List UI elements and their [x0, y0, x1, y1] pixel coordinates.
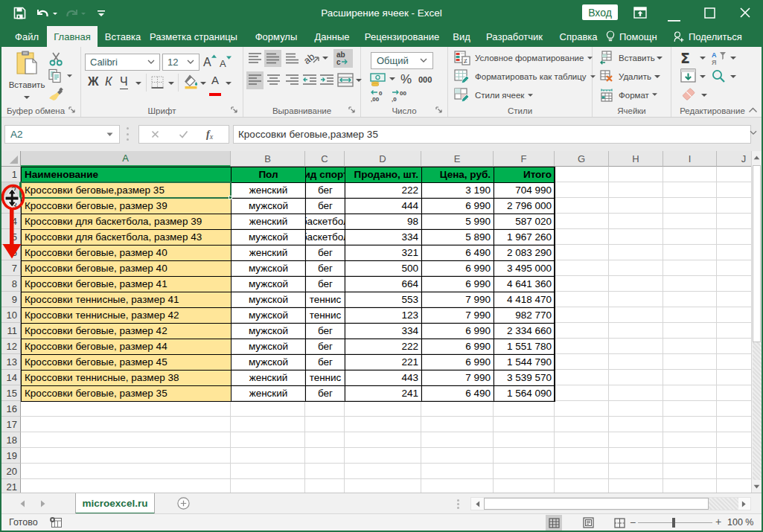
- autosum-button[interactable]: Σ: [680, 50, 690, 66]
- cell-D12[interactable]: 222: [345, 339, 422, 355]
- cell-C13[interactable]: бег: [305, 354, 345, 371]
- sign-in-button[interactable]: Вход: [582, 4, 618, 20]
- decrease-decimal-button[interactable]: 00,0: [391, 89, 409, 106]
- cell-C10[interactable]: теннис: [305, 307, 345, 324]
- underline-button[interactable]: Ч: [120, 75, 128, 89]
- tab-assistant[interactable]: Помощн: [606, 26, 665, 47]
- cell-B5[interactable]: мужской: [231, 229, 306, 246]
- cancel-entry-icon[interactable]: [151, 130, 159, 138]
- cell-C14[interactable]: теннис: [305, 370, 345, 386]
- confirm-entry-icon[interactable]: [179, 130, 188, 138]
- sort-filter-dropdown-icon[interactable]: [730, 57, 736, 60]
- horizontal-scrollbar[interactable]: [470, 497, 751, 510]
- vscroll-up-icon[interactable]: [752, 151, 762, 164]
- row-header-9[interactable]: 9: [1, 292, 21, 307]
- row-header-21[interactable]: 21: [1, 479, 21, 493]
- borders-button[interactable]: [151, 76, 164, 92]
- find-select-button[interactable]: [711, 68, 726, 86]
- header-cell-E1[interactable]: Цена, руб.: [421, 167, 494, 183]
- cell-D11[interactable]: 334: [345, 323, 422, 339]
- cell-A7[interactable]: Кроссовки беговые, размер 40: [21, 260, 232, 277]
- cell-C12[interactable]: бег: [305, 339, 345, 355]
- cell-B12[interactable]: мужской: [231, 339, 306, 355]
- delete-cells-button[interactable]: Удалить: [599, 69, 651, 83]
- cell-A4[interactable]: Кроссовки для баскетбола, размер 39: [21, 214, 232, 230]
- cell-E15[interactable]: 6 490: [421, 385, 494, 402]
- tab-review[interactable]: Рецензирование: [363, 26, 441, 47]
- tab-formulas[interactable]: Формулы: [249, 26, 304, 47]
- row-header-18[interactable]: 18: [1, 432, 21, 448]
- tab-page-layout[interactable]: Разметка страницы: [147, 26, 240, 47]
- column-header-C[interactable]: C: [305, 151, 345, 167]
- new-sheet-button[interactable]: [177, 497, 190, 513]
- row-header-12[interactable]: 12: [1, 339, 21, 354]
- decrease-font-button[interactable]: А: [220, 56, 232, 69]
- cell-E5[interactable]: 5 890: [421, 229, 494, 246]
- zoom-in-button[interactable]: +: [715, 516, 721, 528]
- maximize-icon[interactable]: [704, 7, 715, 22]
- hscroll-thumb[interactable]: [484, 498, 709, 510]
- format-as-table-button[interactable]: Форматировать как таблицу: [454, 69, 596, 84]
- cell-D2[interactable]: 222: [345, 182, 422, 199]
- cell-F5[interactable]: 1 967 260: [494, 229, 555, 246]
- percent-style-button[interactable]: %: [400, 72, 412, 87]
- cell-E4[interactable]: 5 990: [421, 214, 494, 230]
- column-header-D[interactable]: D: [345, 151, 421, 167]
- zoom-slider-thumb[interactable]: [672, 518, 675, 528]
- next-sheet-icon[interactable]: [40, 500, 46, 507]
- cell-C6[interactable]: бег: [305, 245, 345, 261]
- zoom-level-label[interactable]: 100 %: [727, 517, 753, 528]
- cell-D5[interactable]: 334: [345, 229, 422, 246]
- cell-F7[interactable]: 3 495 000: [494, 260, 555, 277]
- increase-font-button[interactable]: А: [203, 54, 217, 69]
- cell-A3[interactable]: Кроссовки беговые, размер 39: [21, 198, 232, 214]
- cell-B3[interactable]: мужской: [231, 198, 306, 214]
- cell-F10[interactable]: 982 770: [494, 307, 555, 324]
- cell-E13[interactable]: 6 990: [421, 354, 494, 371]
- collapse-ribbon-icon[interactable]: [748, 107, 758, 113]
- cell-D14[interactable]: 443: [345, 370, 422, 386]
- page-layout-view-button[interactable]: [580, 515, 596, 531]
- vertical-scrollbar[interactable]: [751, 151, 762, 493]
- cell-F13[interactable]: 1 544 790: [494, 354, 555, 371]
- cell-D8[interactable]: 664: [345, 276, 422, 292]
- tab-developer[interactable]: Разработчик: [482, 26, 546, 47]
- cell-F8[interactable]: 4 641 360: [494, 276, 555, 292]
- cell-C8[interactable]: бег: [305, 276, 345, 292]
- cell-F4[interactable]: 587 020: [494, 214, 555, 230]
- row-header-8[interactable]: 8: [1, 276, 21, 292]
- cell-A12[interactable]: Кроссовки беговые, размер 44: [21, 339, 232, 355]
- number-format-combobox[interactable]: Общий: [371, 52, 433, 69]
- prev-sheet-icon[interactable]: [19, 500, 25, 507]
- clipboard-dialog-launcher-icon[interactable]: [68, 106, 77, 115]
- cell-E9[interactable]: 7 990: [421, 292, 494, 308]
- font-dialog-launcher-icon[interactable]: [231, 106, 239, 115]
- borders-dropdown-icon[interactable]: [168, 82, 174, 86]
- cell-D13[interactable]: 221: [345, 354, 422, 371]
- tab-home[interactable]: Главная: [47, 26, 98, 47]
- cell-B6[interactable]: женский: [231, 245, 306, 261]
- cell-B11[interactable]: мужской: [231, 323, 306, 339]
- align-bottom-button[interactable]: [285, 52, 299, 68]
- font-size-combobox[interactable]: 12: [162, 54, 199, 71]
- expand-formula-bar-icon[interactable]: [750, 130, 757, 135]
- cell-F6[interactable]: 2 083 290: [494, 245, 555, 261]
- tab-view[interactable]: Вид: [448, 26, 475, 47]
- accounting-dropdown-icon[interactable]: [389, 77, 395, 81]
- minimize-icon[interactable]: [668, 12, 680, 25]
- cell-B13[interactable]: мужской: [231, 354, 306, 371]
- insert-cells-button[interactable]: Вставить: [599, 51, 655, 65]
- cell-B7[interactable]: мужской: [231, 260, 306, 277]
- name-box[interactable]: A2: [4, 125, 120, 144]
- column-header-H[interactable]: H: [609, 151, 663, 167]
- cell-B4[interactable]: женский: [231, 214, 306, 230]
- bold-button[interactable]: Ж: [88, 75, 98, 89]
- cell-C3[interactable]: бег: [305, 198, 345, 214]
- cell-E10[interactable]: 7 990: [421, 307, 494, 324]
- clear-button[interactable]: [681, 88, 696, 104]
- vscroll-track[interactable]: [753, 342, 762, 480]
- cell-D9[interactable]: 553: [345, 292, 422, 308]
- header-cell-A1[interactable]: Наименование: [21, 167, 232, 183]
- ribbon-display-options-icon[interactable]: [633, 7, 647, 22]
- cell-B9[interactable]: мужской: [231, 292, 306, 308]
